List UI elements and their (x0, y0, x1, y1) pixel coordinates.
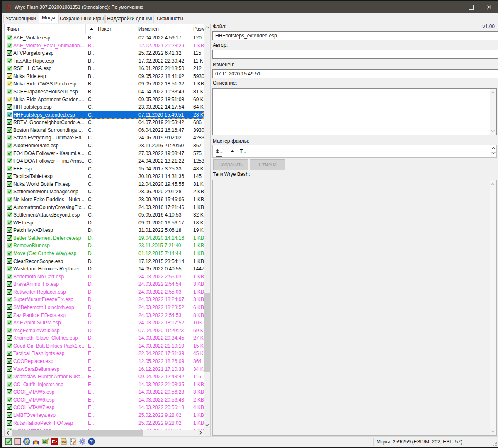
svg-text:S: S (6, 3, 12, 11)
svg-text:?: ? (90, 438, 93, 445)
svg-text:Doc: Doc (61, 440, 66, 444)
svg-text:Fz: Fz (52, 439, 57, 444)
